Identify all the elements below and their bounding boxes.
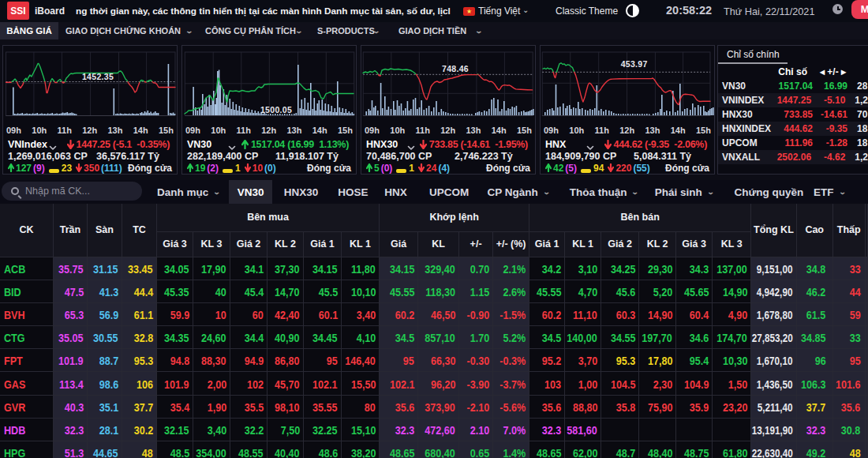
svg-text:453.97: 453.97 — [621, 59, 648, 69]
svg-text:1500.05: 1500.05 — [260, 105, 292, 114]
svg-text:1452.35: 1452.35 — [82, 72, 114, 81]
svg-text:748.46: 748.46 — [442, 64, 469, 73]
